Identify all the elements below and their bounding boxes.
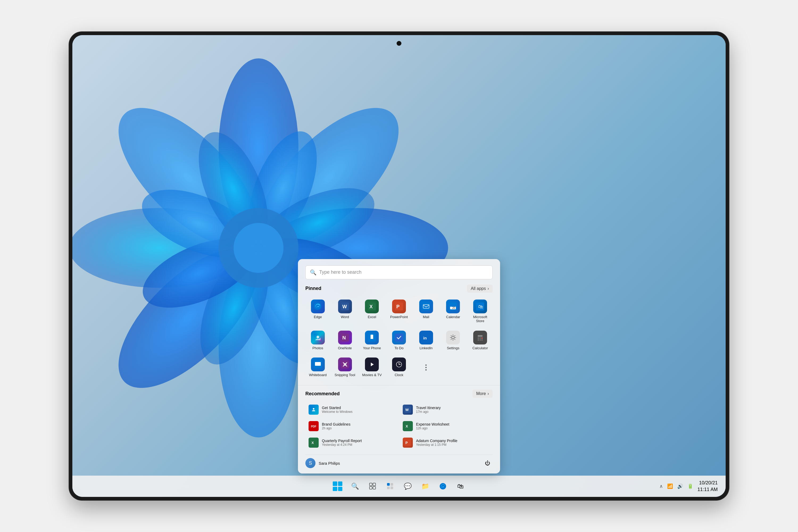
svg-point-80	[440, 483, 446, 490]
get-started-icon	[308, 404, 319, 415]
svg-text:PDF: PDF	[311, 425, 316, 428]
section-divider	[298, 385, 500, 385]
app-calendar[interactable]: 20 Calendar	[441, 297, 466, 326]
systray-chevron[interactable]: ∧	[660, 483, 663, 489]
app-snipping[interactable]: Snipping Tool	[332, 355, 358, 380]
taskbar: 🔍 💬 📁	[72, 476, 726, 497]
app-onenote[interactable]: N OneNote	[332, 328, 358, 353]
user-avatar: S	[305, 458, 316, 468]
rec-expense-worksheet[interactable]: X Expense Worksheet 12h ago	[400, 418, 493, 434]
taskbar-widgets-button[interactable]	[383, 479, 397, 493]
taskbar-center-icons: 🔍 💬 📁	[331, 479, 467, 493]
pinned-title: Pinned	[305, 286, 321, 291]
payroll-name: Quarterly Payroll Report	[322, 439, 362, 443]
svg-point-61	[313, 408, 315, 410]
svg-text:🛍: 🛍	[478, 304, 483, 309]
app-todo[interactable]: To Do	[386, 328, 412, 353]
rec-travel-itinerary[interactable]: W Travel Itinerary 17m ago	[400, 402, 493, 417]
clock-label: Clock	[395, 373, 403, 377]
brand-icon: PDF	[308, 421, 319, 431]
start-button[interactable]	[331, 479, 344, 493]
taskbar-edge-button[interactable]	[436, 479, 450, 493]
svg-text:P: P	[396, 304, 400, 309]
app-calculator[interactable]: Calculator	[468, 328, 493, 353]
all-apps-button[interactable]: All apps ›	[467, 285, 493, 292]
movies-label: Movies & TV	[362, 373, 382, 377]
more-apps-dots[interactable]	[414, 355, 439, 380]
powerpoint-label: PowerPoint	[390, 315, 408, 319]
app-movies[interactable]: Movies & TV	[359, 355, 384, 380]
user-info[interactable]: S Sara Philips	[305, 458, 340, 468]
wallpaper: 🔍 Type here to search Pinned All apps ›	[72, 35, 726, 497]
app-linkedin[interactable]: in LinkedIn	[414, 328, 439, 353]
taskbar-explorer-button[interactable]: 📁	[418, 479, 432, 493]
power-button[interactable]: ⏻	[482, 458, 493, 468]
app-powerpoint[interactable]: P PowerPoint	[386, 297, 412, 326]
svg-rect-75	[373, 487, 376, 489]
user-section: S Sara Philips ⏻	[305, 455, 493, 468]
brand-name: Brand Guidelines	[322, 422, 350, 426]
app-your-phone[interactable]: Your Phone	[359, 328, 384, 353]
todo-label: To Do	[395, 346, 403, 350]
recommended-section-header: Recommended More ›	[305, 390, 493, 398]
app-settings[interactable]: Settings	[441, 328, 466, 353]
svg-text:X: X	[406, 424, 408, 428]
taskbar-taskview-button[interactable]	[366, 479, 380, 493]
svg-text:W: W	[405, 408, 409, 412]
svg-rect-38	[371, 339, 373, 339]
svg-rect-74	[369, 487, 372, 489]
search-bar[interactable]: 🔍 Type here to search	[305, 265, 493, 279]
svg-point-33	[317, 336, 319, 338]
calculator-icon	[473, 331, 487, 344]
svg-text:N: N	[342, 335, 346, 341]
svg-rect-76	[387, 483, 390, 486]
excel-label: Excel	[367, 315, 376, 319]
mail-label: Mail	[423, 315, 429, 319]
search-input[interactable]: Type here to search	[319, 269, 361, 275]
recommended-grid: Get Started Welcome to Windows W Travel …	[305, 402, 493, 450]
taskbar-systray: ∧ 📶 🔊 🔋 10/20/21 11:11 AM	[660, 480, 718, 493]
edge-label: Edge	[314, 315, 322, 319]
app-excel[interactable]: X Excel	[359, 297, 384, 326]
rec-payroll[interactable]: X Quarterly Payroll Report Yesterday at …	[305, 435, 398, 450]
whiteboard-label: Whiteboard	[309, 373, 327, 377]
svg-point-17	[233, 223, 284, 273]
tablet-screen: 🔍 Type here to search Pinned All apps ›	[72, 35, 726, 497]
svg-text:P: P	[405, 441, 408, 445]
app-edge[interactable]: Edge	[305, 297, 330, 326]
taskbar-teams-button[interactable]: 💬	[401, 479, 415, 493]
powerpoint-icon: P	[392, 300, 406, 314]
taskbar-store-button[interactable]: 🛍	[454, 479, 467, 493]
rec-get-started[interactable]: Get Started Welcome to Windows	[305, 402, 398, 417]
rec-adatum[interactable]: P Adatum Company Profile Yesterday at 1:…	[400, 435, 493, 450]
app-clock[interactable]: Clock	[386, 355, 412, 380]
rec-brand-guidelines[interactable]: PDF Brand Guidelines 2h ago	[305, 418, 398, 434]
photos-icon	[311, 331, 325, 344]
app-mail[interactable]: Mail	[414, 297, 439, 326]
svg-rect-77	[391, 483, 393, 486]
systray-battery-icon: 🔋	[687, 483, 693, 489]
expense-icon: X	[403, 421, 413, 431]
svg-rect-51	[481, 339, 482, 341]
clock-time: 11:11 AM	[698, 486, 718, 493]
store-label: Microsoft Store	[469, 315, 492, 323]
taskbar-clock[interactable]: 10/20/21 11:11 AM	[698, 480, 718, 493]
adatum-icon: P	[403, 438, 413, 448]
settings-icon	[446, 331, 460, 344]
yourphone-label: Your Phone	[363, 346, 381, 350]
more-button[interactable]: More ›	[472, 390, 493, 398]
systray-wifi-icon: 📶	[667, 483, 673, 489]
app-whiteboard[interactable]: Whiteboard	[305, 355, 330, 380]
svg-rect-47	[480, 338, 481, 339]
linkedin-label: LinkedIn	[419, 346, 433, 350]
app-photos[interactable]: Photos	[305, 328, 330, 353]
svg-rect-79	[391, 487, 393, 489]
taskbar-search-button[interactable]: 🔍	[348, 479, 362, 493]
edge-icon	[311, 300, 325, 314]
pinned-section-header: Pinned All apps ›	[305, 285, 493, 292]
travel-icon: W	[403, 404, 413, 415]
app-store[interactable]: 🛍 Microsoft Store	[468, 297, 493, 326]
app-word[interactable]: W Word	[332, 297, 358, 326]
svg-rect-45	[478, 335, 482, 337]
movies-icon	[365, 358, 379, 371]
